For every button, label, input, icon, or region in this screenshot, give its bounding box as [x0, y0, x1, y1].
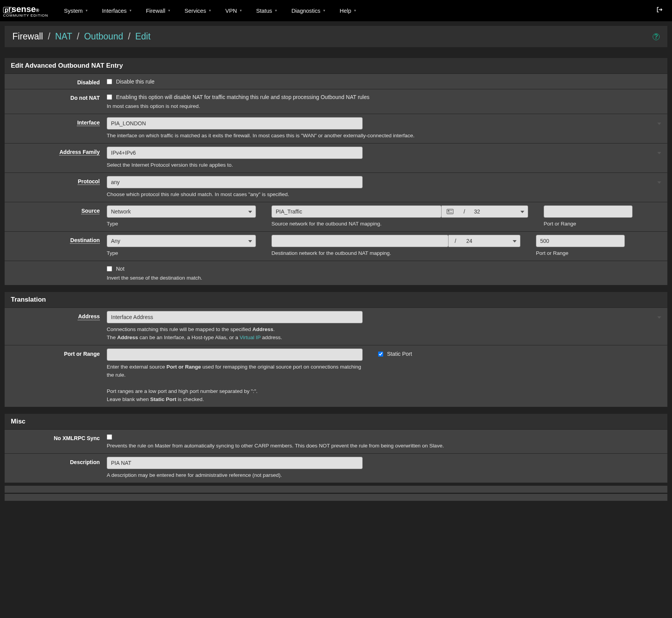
alias-icon — [442, 205, 459, 218]
label-af: Address Family — [60, 149, 100, 155]
crumb-firewall: Firewall — [12, 31, 43, 41]
label-nonat: Do not NAT — [70, 95, 100, 101]
static-port-label[interactable]: Static Port — [387, 351, 412, 357]
nonat-checkbox-label[interactable]: Enabling this option will disable NAT fo… — [116, 94, 370, 100]
spacer-row — [5, 486, 667, 493]
spacer-row — [5, 494, 667, 501]
caret-down-icon: ▼ — [85, 9, 88, 12]
source-network-input[interactable] — [271, 205, 442, 218]
panel-translation: Translation Address Interface Address Co… — [5, 292, 667, 406]
svg-rect-2 — [450, 210, 452, 211]
nav-status[interactable]: Status▼ — [250, 5, 284, 16]
caret-down-icon: ▼ — [353, 9, 356, 12]
breadcrumb: Firewall / NAT / Outbound / Edit — [12, 31, 150, 42]
nav-menu: System▼ Interfaces▼ Firewall▼ Services▼ … — [58, 5, 653, 16]
dest-port-input[interactable] — [536, 235, 625, 247]
label-disabled: Disabled — [77, 79, 100, 85]
nosync-help: Prevents the rule on Master from automat… — [107, 442, 665, 450]
address-family-select[interactable]: IPv4+IPv6 — [107, 147, 363, 159]
nonat-checkbox[interactable] — [107, 94, 112, 100]
disabled-checkbox[interactable] — [107, 79, 112, 84]
nav-help[interactable]: Help▼ — [334, 5, 363, 16]
translation-address-select[interactable]: Interface Address — [107, 311, 363, 323]
source-type-help: Type — [107, 220, 256, 228]
cidr-slash: / — [459, 205, 470, 218]
label-protocol: Protocol — [78, 178, 100, 184]
label-trans-address: Address — [78, 313, 100, 319]
virtual-ip-link[interactable]: Virtual IP — [240, 335, 261, 340]
cidr-slash: / — [449, 235, 462, 247]
caret-down-icon: ▼ — [275, 9, 278, 12]
translation-port-input[interactable] — [107, 348, 363, 361]
caret-down-icon: ▼ — [208, 9, 211, 12]
top-navbar: pfsense® COMMUNITY EDITION System▼ Inter… — [0, 0, 672, 21]
crumb-edit[interactable]: Edit — [135, 31, 151, 41]
panel-edit-entry: Edit Advanced Outbound NAT Entry Disable… — [5, 58, 667, 285]
nav-interfaces[interactable]: Interfaces▼ — [96, 5, 138, 16]
trans-addr-help: Connections matching this rule will be m… — [107, 326, 665, 342]
dest-cidr-select[interactable]: 24 — [462, 235, 520, 247]
dest-net-help: Destination network for the outbound NAT… — [271, 249, 520, 258]
dest-type-select[interactable]: Any — [107, 235, 256, 247]
breadcrumb-bar: Firewall / NAT / Outbound / Edit ? — [5, 26, 667, 47]
nosync-checkbox[interactable] — [107, 434, 112, 440]
dest-network-input[interactable] — [271, 235, 449, 247]
descr-help: A description may be entered here for ad… — [107, 471, 665, 480]
label-trans-port: Port or Range — [64, 351, 100, 357]
source-type-select[interactable]: Network — [107, 205, 256, 218]
dest-type-help: Type — [107, 249, 256, 258]
label-nosync: No XMLRPC Sync — [54, 435, 100, 441]
dest-not-checkbox[interactable] — [107, 266, 112, 271]
svg-rect-3 — [448, 212, 452, 213]
description-input[interactable] — [107, 457, 363, 469]
crumb-nat[interactable]: NAT — [55, 31, 72, 41]
nav-firewall[interactable]: Firewall▼ — [140, 5, 177, 16]
panel-title: Edit Advanced Outbound NAT Entry — [5, 58, 667, 73]
trans-port-help: Enter the external source Port or Range … — [107, 363, 370, 404]
panel-misc: Misc No XMLRPC Sync Prevents the rule on… — [5, 414, 667, 483]
source-port-input[interactable] — [544, 205, 633, 218]
nonat-help: In most cases this option is not require… — [107, 102, 665, 111]
panel-title: Translation — [5, 292, 667, 307]
nav-vpn[interactable]: VPN▼ — [219, 5, 249, 16]
nav-services[interactable]: Services▼ — [178, 5, 218, 16]
crumb-outbound[interactable]: Outbound — [84, 31, 123, 41]
dest-port-help: Port or Range — [536, 249, 625, 258]
caret-down-icon: ▼ — [323, 9, 326, 12]
label-destination: Destination — [70, 237, 100, 243]
dest-not-help: Invert the sense of the destination matc… — [107, 274, 665, 282]
label-description: Description — [70, 459, 100, 465]
source-port-help: Port or Range — [544, 220, 633, 228]
caret-down-icon: ▼ — [239, 9, 242, 12]
disabled-checkbox-label[interactable]: Disable this rule — [116, 79, 155, 85]
static-port-checkbox[interactable] — [378, 352, 383, 357]
nav-diagnostics[interactable]: Diagnostics▼ — [285, 5, 332, 16]
logout-icon[interactable] — [653, 6, 666, 15]
label-source: Source — [82, 208, 100, 214]
protocol-help: Choose which protocol this rule should m… — [107, 191, 665, 199]
interface-help: The interface on which traffic is matche… — [107, 132, 665, 140]
panel-title: Misc — [5, 414, 667, 429]
caret-down-icon: ▼ — [167, 9, 171, 12]
caret-down-icon: ▼ — [129, 9, 132, 12]
logo[interactable]: pfsense® COMMUNITY EDITION — [3, 4, 48, 17]
source-cidr-select[interactable]: 32 — [470, 205, 528, 218]
nav-system[interactable]: System▼ — [58, 5, 94, 16]
protocol-select[interactable]: any — [107, 176, 363, 188]
source-net-help: Source network for the outbound NAT mapp… — [271, 220, 528, 228]
interface-select[interactable]: PIA_LONDON — [107, 117, 363, 130]
af-help: Select the Internet Protocol version thi… — [107, 161, 665, 169]
help-icon[interactable]: ? — [653, 33, 660, 40]
label-interface: Interface — [77, 120, 100, 126]
svg-rect-1 — [448, 210, 450, 212]
dest-not-label[interactable]: Not — [116, 266, 125, 272]
